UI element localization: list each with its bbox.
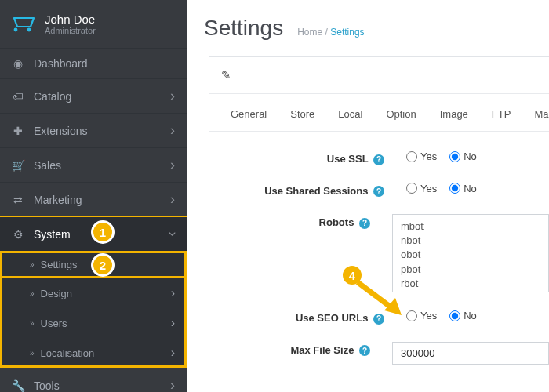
panel-header: ✎ [209, 57, 549, 94]
nav-extensions[interactable]: ✚Extensions› [0, 114, 187, 147]
nav-label: Tools [34, 379, 60, 392]
gear-icon: ⚙ [12, 228, 24, 241]
label-shared-sessions: Use Shared Sessions [264, 185, 368, 197]
chevron-right-icon: › [170, 88, 175, 104]
page-title: Settings [204, 16, 283, 41]
brand-logo [12, 16, 35, 33]
puzzle-icon: ✚ [12, 125, 24, 137]
double-chevron-icon: » [30, 349, 35, 358]
double-chevron-icon: » [30, 319, 35, 328]
annotation-badge-1: 1 [91, 220, 115, 244]
nav-sales[interactable]: 🛒Sales› [0, 148, 187, 182]
help-icon[interactable]: ? [373, 154, 384, 165]
subnav-localisation[interactable]: »Localisation› [0, 338, 187, 368]
radio-shared-no[interactable]: No [449, 183, 477, 194]
annotation-arrow [353, 276, 408, 320]
chevron-right-icon: › [170, 377, 175, 392]
tab-ftp[interactable]: FTP [492, 108, 511, 120]
label-robots: Robots [319, 216, 354, 228]
cart-icon: 🛒 [12, 159, 24, 172]
tab-option[interactable]: Option [386, 108, 416, 120]
nav-catalog[interactable]: 🏷Catalog› [0, 79, 187, 113]
nav-label: Catalog [34, 90, 71, 103]
input-max-file[interactable] [392, 342, 549, 365]
svg-point-0 [14, 27, 18, 31]
subnav-label: Localisation [41, 347, 95, 359]
tab-bar: General Store Local Option Image FTP Ma [209, 94, 549, 132]
pencil-icon: ✎ [221, 68, 231, 82]
subnav-design[interactable]: »Design› [0, 278, 187, 308]
help-icon[interactable]: ? [359, 218, 370, 229]
nav-label: Marketing [34, 194, 82, 206]
user-name: John Doe [45, 13, 96, 26]
chevron-right-icon: › [170, 122, 175, 139]
double-chevron-icon: » [30, 260, 35, 269]
subnav-label: Design [41, 288, 72, 299]
chevron-right-icon: › [170, 157, 175, 173]
textarea-robots[interactable]: mbot nbot obot pbot rbot sbot [392, 214, 549, 292]
nav-dashboard[interactable]: ◉Dashboard [0, 49, 187, 78]
double-chevron-icon: » [30, 289, 35, 298]
user-box: John Doe Administrator [0, 8, 187, 48]
nav-label: System [34, 228, 71, 241]
subnav-label: Users [41, 318, 67, 329]
nav-tools[interactable]: 🔧Tools› [0, 368, 187, 392]
subnav-label: Settings [41, 259, 78, 270]
radio-seo-yes[interactable]: Yes [406, 310, 437, 321]
radio-ssl-yes[interactable]: Yes [406, 151, 437, 162]
tab-store[interactable]: Store [290, 108, 314, 120]
nav-label: Dashboard [34, 57, 88, 70]
wrench-icon: 🔧 [12, 379, 24, 392]
user-role: Administrator [45, 26, 96, 35]
label-use-ssl: Use SSL [327, 153, 369, 165]
share-icon: ⇄ [12, 194, 24, 206]
svg-point-1 [27, 27, 31, 31]
help-icon[interactable]: ? [373, 186, 384, 197]
breadcrumb: Home / Settings [297, 27, 364, 38]
nav-marketing[interactable]: ⇄Marketing› [0, 183, 187, 216]
tab-general[interactable]: General [231, 108, 267, 120]
subnav-users[interactable]: »Users› [0, 308, 187, 338]
radio-seo-no[interactable]: No [449, 310, 477, 321]
main-content: Settings Home / Settings ✎ General Store… [187, 0, 549, 392]
help-icon[interactable]: ? [359, 345, 370, 356]
tab-image[interactable]: Image [440, 108, 468, 120]
label-max-file: Max File Size [290, 344, 354, 356]
breadcrumb-current[interactable]: Settings [330, 27, 364, 38]
tab-mail[interactable]: Ma [534, 108, 548, 120]
sidebar: John Doe Administrator ◉Dashboard 🏷Catal… [0, 0, 187, 392]
chevron-down-icon: › [165, 232, 181, 237]
tag-icon: 🏷 [12, 90, 24, 103]
nav-label: Sales [34, 159, 61, 172]
radio-ssl-no[interactable]: No [449, 151, 477, 162]
tab-local[interactable]: Local [338, 108, 362, 120]
dashboard-icon: ◉ [12, 57, 24, 70]
breadcrumb-home[interactable]: Home [297, 27, 322, 38]
annotation-badge-2: 2 [91, 253, 115, 277]
nav-label: Extensions [34, 125, 87, 137]
radio-shared-yes[interactable]: Yes [406, 183, 437, 194]
chevron-right-icon: › [170, 191, 175, 208]
